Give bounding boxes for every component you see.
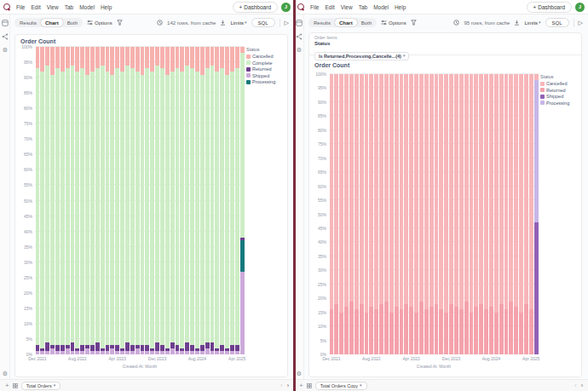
stacked-bar[interactable]: [449, 74, 453, 354]
avatar[interactable]: J: [575, 3, 585, 12]
stacked-bar[interactable]: [230, 47, 234, 354]
stacked-bar[interactable]: [205, 47, 210, 354]
tab-grid-icon[interactable]: [307, 383, 312, 388]
stacked-bar[interactable]: [459, 74, 464, 354]
toggle-results[interactable]: Results: [15, 19, 41, 26]
stacked-bar[interactable]: [330, 74, 334, 354]
menu-model[interactable]: Model: [373, 4, 389, 10]
stacked-bar[interactable]: [384, 74, 389, 354]
stacked-bar[interactable]: [419, 74, 424, 354]
add-dashboard-button[interactable]: + Dashboard: [527, 2, 572, 13]
menu-help[interactable]: Help: [101, 4, 112, 10]
stacked-bar[interactable]: [240, 47, 245, 354]
stacked-bar[interactable]: [369, 74, 373, 354]
menu-file[interactable]: File: [310, 4, 319, 10]
menu-tab[interactable]: Tab: [65, 4, 73, 10]
stacked-bar[interactable]: [474, 74, 478, 354]
legend-item[interactable]: Shipped: [246, 73, 285, 78]
settings-icon[interactable]: ⚙: [0, 45, 10, 55]
stacked-bar[interactable]: [101, 47, 105, 354]
tab-total-orders[interactable]: Total Orders ▾: [21, 382, 61, 390]
stacked-bar[interactable]: [150, 47, 154, 354]
stacked-bar[interactable]: [90, 47, 95, 354]
stacked-bar[interactable]: [45, 47, 49, 354]
stacked-bar[interactable]: [349, 74, 354, 354]
stacked-bar[interactable]: [155, 47, 159, 354]
sql-button[interactable]: SQL: [545, 18, 569, 27]
options-button[interactable]: Options: [381, 20, 406, 26]
legend-item[interactable]: Processing: [246, 79, 285, 84]
share-graph-icon[interactable]: [0, 32, 10, 42]
download-icon[interactable]: [514, 20, 520, 26]
sql-button[interactable]: SQL: [251, 18, 275, 27]
stacked-bar[interactable]: [454, 74, 458, 354]
stacked-bar[interactable]: [404, 74, 408, 354]
avatar[interactable]: J: [281, 3, 291, 12]
stacked-bar[interactable]: [524, 74, 528, 354]
bottom-gear-icon[interactable]: ⚙: [0, 371, 10, 377]
menu-model[interactable]: Model: [79, 4, 95, 10]
plot-area[interactable]: [35, 47, 245, 354]
menu-view[interactable]: View: [341, 4, 353, 10]
status-filter-chip[interactable]: Is Returned,Processing,Cancelle...(4) ▾: [314, 52, 409, 60]
stacked-bar[interactable]: [519, 74, 523, 354]
stacked-bar[interactable]: [200, 47, 205, 354]
stacked-bar[interactable]: [435, 74, 439, 354]
stacked-bar[interactable]: [220, 47, 224, 354]
options-button[interactable]: Options: [87, 20, 112, 26]
run-query-button[interactable]: ▷: [579, 20, 583, 26]
stacked-bar[interactable]: [409, 74, 413, 354]
add-dashboard-button[interactable]: + Dashboard: [233, 2, 278, 13]
filter-funnel-icon[interactable]: [117, 20, 123, 26]
stacked-bar[interactable]: [160, 47, 164, 354]
tab-next-button[interactable]: ›: [581, 382, 583, 388]
legend-item[interactable]: Cancelled: [540, 81, 579, 86]
stacked-bar[interactable]: [176, 47, 180, 354]
legend-item[interactable]: Shipped: [540, 94, 579, 99]
tab-prev-button[interactable]: ‹: [280, 382, 282, 388]
limits-dropdown[interactable]: Limits▾: [230, 20, 246, 26]
menu-edit[interactable]: Edit: [31, 4, 40, 10]
toggle-chart[interactable]: Chart: [41, 19, 63, 26]
stacked-bar[interactable]: [479, 74, 483, 354]
stacked-bar[interactable]: [499, 74, 504, 354]
stacked-bar[interactable]: [400, 74, 404, 354]
legend-item[interactable]: Processing: [540, 101, 579, 106]
stacked-bar[interactable]: [389, 74, 394, 354]
legend-item[interactable]: Returned: [540, 88, 579, 93]
stacked-bar[interactable]: [344, 74, 349, 354]
menu-help[interactable]: Help: [395, 4, 406, 10]
stacked-bar[interactable]: [439, 74, 443, 354]
toggle-both[interactable]: Both: [357, 19, 376, 26]
toggle-results[interactable]: Results: [309, 19, 335, 26]
stacked-bar[interactable]: [36, 47, 40, 354]
stacked-bar[interactable]: [529, 74, 533, 354]
stacked-bar[interactable]: [355, 74, 359, 354]
stacked-bar[interactable]: [55, 47, 60, 354]
stacked-bar[interactable]: [424, 74, 429, 354]
stacked-bar[interactable]: [444, 74, 448, 354]
stacked-bar[interactable]: [115, 47, 119, 354]
stacked-bar[interactable]: [85, 47, 89, 354]
stacked-bar[interactable]: [504, 74, 509, 354]
stacked-bar[interactable]: [190, 47, 194, 354]
stacked-bar[interactable]: [489, 74, 493, 354]
stacked-bar[interactable]: [195, 47, 199, 354]
stacked-bar[interactable]: [40, 47, 44, 354]
stacked-bar[interactable]: [185, 47, 189, 354]
stacked-bar[interactable]: [165, 47, 170, 354]
stacked-bar[interactable]: [95, 47, 100, 354]
stacked-bar[interactable]: [125, 47, 130, 354]
stacked-bar[interactable]: [75, 47, 79, 354]
stacked-bar[interactable]: [61, 47, 65, 354]
tab-next-button[interactable]: ›: [287, 382, 289, 388]
menu-edit[interactable]: Edit: [325, 4, 334, 10]
add-tab-button[interactable]: +: [299, 382, 303, 389]
stacked-bar[interactable]: [470, 74, 474, 354]
stacked-bar[interactable]: [66, 47, 70, 354]
stacked-bar[interactable]: [80, 47, 84, 354]
stacked-bar[interactable]: [514, 74, 518, 354]
stacked-bar[interactable]: [210, 47, 215, 354]
stacked-bar[interactable]: [464, 74, 469, 354]
legend-item[interactable]: Complete: [246, 60, 285, 66]
